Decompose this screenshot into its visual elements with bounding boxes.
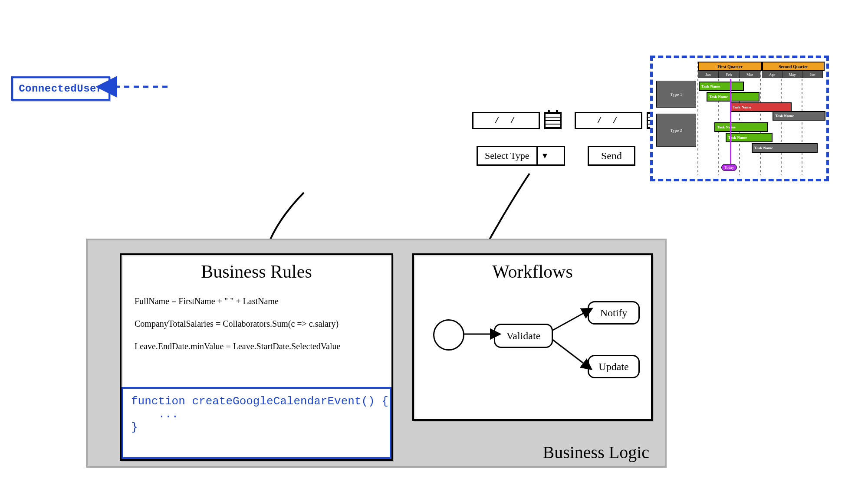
workflow-validate-node: Validate (494, 324, 553, 348)
gantt-today-label: Today (721, 164, 737, 171)
gantt-task: Task Name (714, 122, 768, 132)
business-logic-container: Business Logic Business Rules FullName =… (86, 239, 667, 468)
svg-line-8 (552, 312, 585, 331)
workflows-title: Workflows (414, 261, 651, 282)
code-snippet: function createGoogleCalendarEvent() { .… (122, 387, 391, 459)
gantt-task: Task Name (752, 143, 818, 153)
gantt-type-2: Type 2 (656, 114, 696, 147)
gantt-task: Task Name (726, 133, 773, 142)
date-input[interactable]: / / (472, 112, 540, 129)
send-label: Send (601, 150, 622, 162)
rule-line: CompanyTotalSalaries = Collaborators.Sum… (135, 312, 378, 335)
workflows-panel: Workflows Validate Notify Update (412, 253, 653, 421)
gantt-task: Task Name (699, 82, 744, 91)
rule-line: FullName = FirstName + " " + LastName (135, 290, 378, 312)
gantt-months-q1: JanFebMar (698, 71, 760, 78)
workflow-update-node: Update (588, 355, 640, 378)
send-button[interactable]: Send (588, 146, 635, 166)
calendar-icon[interactable] (544, 112, 562, 129)
gantt-type-1: Type 1 (656, 81, 696, 108)
rule-line: Leave.EndDate.minValue = Leave.StartDate… (135, 335, 378, 357)
gantt-today-line (730, 79, 731, 164)
workflow-start-node (433, 319, 464, 351)
rules-list: FullName = FirstName + " " + LastName Co… (122, 290, 391, 357)
gantt-quarter-1: First Quarter (698, 62, 762, 71)
select-type-dropdown[interactable]: Select Type ▼ (477, 146, 565, 166)
gantt-quarter-2: Second Quarter (762, 62, 825, 71)
connected-user-badge: ConnectedUser (11, 76, 110, 101)
connected-user-label: ConnectedUser (19, 83, 103, 95)
business-logic-title: Business Logic (542, 442, 649, 462)
select-type-label: Select Type (485, 150, 529, 161)
svg-line-9 (552, 339, 585, 364)
chevron-down-icon: ▼ (538, 151, 552, 161)
gantt-task: Task Name (773, 111, 825, 121)
business-rules-panel: Business Rules FullName = FirstName + " … (120, 253, 393, 461)
gantt-thumbnail: First Quarter Second Quarter JanFebMar A… (650, 56, 829, 181)
rules-title: Business Rules (122, 261, 391, 282)
gantt-months-q2: AprMayJun (762, 71, 823, 78)
workflow-notify-node: Notify (588, 301, 640, 325)
date-picker-start[interactable]: / / (472, 112, 562, 129)
gantt-task: Task Name (730, 102, 792, 112)
date-input[interactable]: / / (575, 112, 642, 129)
gantt-task: Task Name (707, 92, 760, 102)
